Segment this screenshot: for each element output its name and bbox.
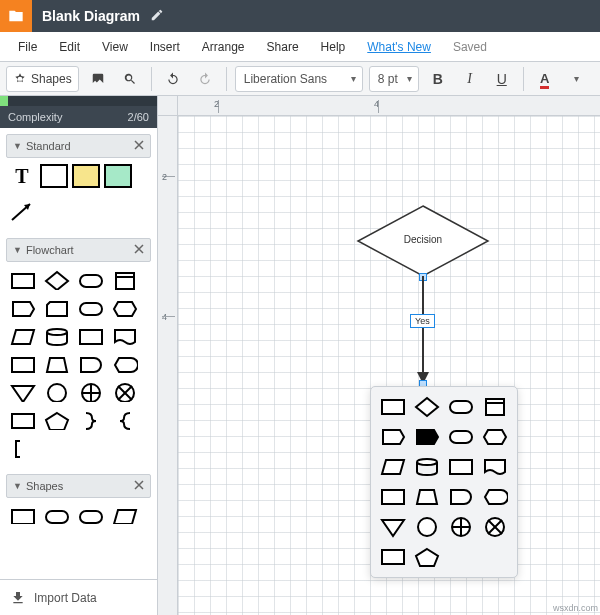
- close-icon[interactable]: [134, 140, 144, 152]
- close-icon[interactable]: [134, 480, 144, 492]
- flow-rect[interactable]: [8, 268, 38, 292]
- text-color-button[interactable]: A: [532, 66, 558, 92]
- flow-penta[interactable]: [42, 408, 72, 432]
- menu-whatsnew[interactable]: What's New: [357, 34, 441, 60]
- shape-round2[interactable]: [76, 504, 106, 524]
- pick-diamond[interactable]: [412, 395, 442, 419]
- search-button[interactable]: [117, 66, 143, 92]
- menu-insert[interactable]: Insert: [140, 34, 190, 60]
- italic-button[interactable]: I: [457, 66, 483, 92]
- flow-round2[interactable]: [76, 296, 106, 320]
- pick-rect3[interactable]: [378, 485, 408, 509]
- pick-or[interactable]: [480, 515, 510, 539]
- note-shape[interactable]: [72, 164, 100, 188]
- pick-flag2[interactable]: [412, 425, 442, 449]
- flow-terminator[interactable]: [76, 268, 106, 292]
- pick-flag[interactable]: [378, 425, 408, 449]
- pick-circle[interactable]: [412, 515, 442, 539]
- pick-cyl[interactable]: [412, 455, 442, 479]
- flow-rect4[interactable]: [8, 408, 38, 432]
- panel-header-shapes[interactable]: ▼ Shapes: [6, 474, 151, 498]
- pick-sum[interactable]: [446, 515, 476, 539]
- pick-tri[interactable]: [378, 515, 408, 539]
- font-size-select[interactable]: 8 pt: [369, 66, 419, 92]
- flow-brace-r[interactable]: [76, 408, 106, 432]
- flow-diamond[interactable]: [42, 268, 72, 292]
- pick-display[interactable]: [480, 485, 510, 509]
- pick-doc[interactable]: [480, 455, 510, 479]
- title-bar: Blank Diagram: [0, 0, 600, 32]
- shapes-button[interactable]: Shapes: [6, 66, 79, 92]
- pick-para[interactable]: [378, 455, 408, 479]
- bold-button[interactable]: B: [425, 66, 451, 92]
- menu-help[interactable]: Help: [311, 34, 356, 60]
- caret-down-icon: ▼: [13, 481, 22, 491]
- flow-tri[interactable]: [8, 380, 38, 404]
- document-title[interactable]: Blank Diagram: [32, 8, 150, 24]
- arrow-shape[interactable]: [8, 200, 36, 224]
- menu-saved: Saved: [443, 34, 497, 60]
- redo-button[interactable]: [192, 66, 218, 92]
- flow-display[interactable]: [110, 352, 140, 376]
- flow-card[interactable]: [42, 296, 72, 320]
- image-button[interactable]: [85, 66, 111, 92]
- flow-circle[interactable]: [42, 380, 72, 404]
- ruler-tick: 4: [162, 312, 167, 322]
- edge-label[interactable]: Yes: [410, 314, 435, 328]
- pick-rect[interactable]: [378, 395, 408, 419]
- text-shape[interactable]: T: [8, 164, 36, 188]
- separator: [226, 67, 227, 91]
- flow-or[interactable]: [110, 380, 140, 404]
- flow-doc[interactable]: [110, 324, 140, 348]
- panel-header-flowchart[interactable]: ▼ Flowchart: [6, 238, 151, 262]
- edit-title-icon[interactable]: [150, 8, 164, 25]
- pick-rect2[interactable]: [446, 455, 476, 479]
- canvas-area[interactable]: 2 4 2 4 Decision Yes: [158, 96, 600, 615]
- flow-trap[interactable]: [42, 352, 72, 376]
- pick-round[interactable]: [446, 395, 476, 419]
- rectangle-shape[interactable]: [40, 164, 68, 188]
- flow-predefined[interactable]: [110, 268, 140, 292]
- pick-trap[interactable]: [412, 485, 442, 509]
- decision-node[interactable]: Decision: [358, 206, 488, 276]
- pick-db[interactable]: [480, 395, 510, 419]
- panel-title: Flowchart: [26, 244, 74, 256]
- menu-bar: File Edit View Insert Arrange Share Help…: [0, 32, 600, 62]
- pick-penta[interactable]: [412, 545, 442, 569]
- shape-round[interactable]: [42, 504, 72, 524]
- underline-button[interactable]: U: [489, 66, 515, 92]
- shape-para[interactable]: [110, 504, 140, 524]
- flow-rect3[interactable]: [8, 352, 38, 376]
- pick-dshape[interactable]: [446, 485, 476, 509]
- undo-button[interactable]: [160, 66, 186, 92]
- panel-title: Standard: [26, 140, 71, 152]
- document-icon[interactable]: [0, 0, 32, 32]
- more-icon[interactable]: ▾: [564, 66, 590, 92]
- flow-hex[interactable]: [110, 296, 140, 320]
- pick-round2[interactable]: [446, 425, 476, 449]
- pick-rect4[interactable]: [378, 545, 408, 569]
- menu-view[interactable]: View: [92, 34, 138, 60]
- flow-sum[interactable]: [76, 380, 106, 404]
- canvas[interactable]: Decision Yes: [178, 116, 600, 615]
- menu-file[interactable]: File: [8, 34, 47, 60]
- separator: [523, 67, 524, 91]
- font-select[interactable]: Liberation Sans: [235, 66, 363, 92]
- flow-bracket[interactable]: [8, 436, 38, 460]
- shape-rect[interactable]: [8, 504, 38, 524]
- pick-hex[interactable]: [480, 425, 510, 449]
- flow-cyl[interactable]: [42, 324, 72, 348]
- menu-share[interactable]: Share: [257, 34, 309, 60]
- panel-header-standard[interactable]: ▼ Standard: [6, 134, 151, 158]
- menu-edit[interactable]: Edit: [49, 34, 90, 60]
- block-shape[interactable]: [104, 164, 132, 188]
- menu-arrange[interactable]: Arrange: [192, 34, 255, 60]
- close-icon[interactable]: [134, 244, 144, 256]
- separator: [151, 67, 152, 91]
- flow-rect2[interactable]: [76, 324, 106, 348]
- flow-dshape[interactable]: [76, 352, 106, 376]
- flow-para[interactable]: [8, 324, 38, 348]
- flow-flag[interactable]: [8, 296, 38, 320]
- import-data-button[interactable]: Import Data: [0, 579, 157, 615]
- flow-brace-l[interactable]: [110, 408, 140, 432]
